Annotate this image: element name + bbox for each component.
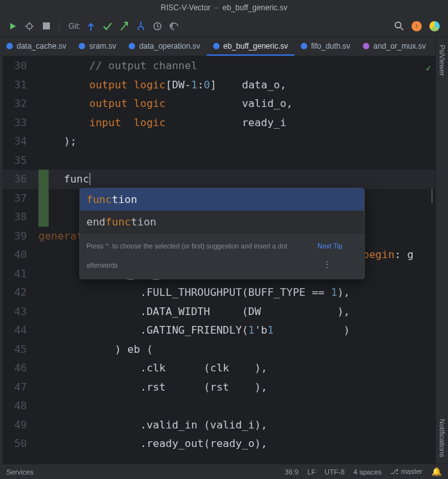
open-file-name: eb_buff_generic.sv bbox=[223, 3, 287, 12]
git-branch-icon[interactable] bbox=[134, 20, 147, 33]
code-line[interactable]: 30 // output channel bbox=[3, 56, 435, 76]
file-type-icon bbox=[79, 43, 85, 49]
status-caret-pos[interactable]: 36:9 bbox=[285, 468, 298, 476]
file-type-icon bbox=[213, 43, 220, 49]
completion-popup: function endfunction Press ^. to choose … bbox=[79, 188, 365, 279]
svg-rect-5 bbox=[43, 22, 50, 29]
code-line[interactable]: 49 .valid_in (valid_i), bbox=[3, 416, 435, 435]
tab-label: fifo_duth.sv bbox=[311, 42, 350, 51]
line-number: 34 bbox=[3, 132, 38, 151]
line-number: 45 bbox=[3, 340, 38, 359]
stop-icon[interactable] bbox=[40, 20, 52, 33]
code-line[interactable]: 36 func bbox=[3, 170, 435, 189]
tab-label: and_or_mux.sv bbox=[373, 42, 426, 51]
code-line[interactable]: 48 bbox=[3, 396, 435, 416]
svg-point-0 bbox=[27, 24, 32, 29]
line-number: 50 bbox=[3, 434, 38, 453]
code-line[interactable]: 45 ) eb ( bbox=[3, 340, 435, 359]
scrollbar-marker bbox=[431, 189, 433, 203]
notifications-icon[interactable]: 🔔 bbox=[431, 467, 442, 476]
file-type-icon bbox=[129, 43, 135, 49]
code-line[interactable]: 33 input logic ready_i bbox=[3, 113, 435, 133]
code-editor[interactable]: ✓ 30 // output channel31 output logic[DW… bbox=[3, 56, 435, 464]
completion-item[interactable]: endfunction bbox=[80, 211, 364, 234]
line-number: 35 bbox=[3, 151, 38, 170]
code-line[interactable]: 42 .FULL_THROUGHPUT(BUFF_TYPE == 1), bbox=[3, 283, 435, 302]
line-number: 42 bbox=[3, 283, 38, 302]
line-number: 49 bbox=[3, 416, 38, 435]
tab-data-operation[interactable]: data_operation.sv bbox=[122, 37, 206, 56]
status-git-branch[interactable]: master bbox=[390, 467, 422, 476]
code-line[interactable]: 34 ); bbox=[3, 132, 435, 151]
tool-window-psiviewer[interactable]: PsiViewer bbox=[438, 45, 446, 76]
hint-text: Press ^. to choose the selected (or firs… bbox=[86, 237, 317, 275]
tab-label: data_cache.sv bbox=[17, 42, 66, 51]
git-update-icon[interactable] bbox=[84, 20, 97, 33]
git-label: Git: bbox=[68, 22, 81, 31]
code-line[interactable]: 50 .ready_out(ready_o), bbox=[3, 434, 435, 453]
debug-icon[interactable] bbox=[23, 20, 36, 33]
tab-and-or-mux[interactable]: and_or_mux.sv bbox=[356, 37, 432, 56]
tab-data-cache[interactable]: data_cache.sv bbox=[0, 37, 72, 56]
line-number: 37 bbox=[3, 189, 38, 208]
status-encoding[interactable]: UTF-8 bbox=[324, 468, 344, 476]
text-caret bbox=[90, 173, 90, 185]
toolbar: Git: ↑ bbox=[0, 15, 448, 37]
code-line[interactable]: 31 output logic[DW-1:0] data_o, bbox=[3, 76, 435, 95]
git-commit-icon[interactable] bbox=[101, 20, 114, 33]
line-number: 40 bbox=[3, 245, 38, 264]
line-number: 38 bbox=[3, 207, 38, 227]
tab-label: eb_buff_generic.sv bbox=[223, 42, 288, 51]
tool-window-notifications[interactable]: Notifications bbox=[438, 419, 446, 457]
file-type-icon bbox=[363, 43, 369, 49]
code-line[interactable]: 47 .rst (rst ), bbox=[3, 378, 435, 397]
line-number: 48 bbox=[3, 396, 38, 416]
code-line[interactable]: 32 output logic valid_o, bbox=[3, 94, 435, 113]
title-bar: RISC-V-Vector – eb_buff_generic.sv bbox=[0, 0, 448, 15]
line-number: 39 bbox=[3, 227, 38, 246]
update-available-icon[interactable]: ↑ bbox=[410, 19, 424, 33]
vcs-change-marker[interactable] bbox=[38, 170, 49, 227]
run-icon[interactable] bbox=[6, 20, 19, 33]
tab-fifo-duth[interactable]: fifo_duth.sv bbox=[294, 37, 356, 56]
line-number: 41 bbox=[3, 264, 38, 284]
file-type-icon bbox=[301, 43, 307, 49]
tab-eb-buff-generic[interactable]: eb_buff_generic.sv bbox=[207, 37, 294, 56]
status-indent[interactable]: 4 spaces bbox=[353, 468, 381, 476]
code-line[interactable]: 46 .clk (clk ), bbox=[3, 359, 435, 378]
code-line[interactable]: 43 .DATA_WIDTH (DW ), bbox=[3, 302, 435, 321]
line-number: 33 bbox=[3, 113, 38, 133]
line-number: 44 bbox=[3, 321, 38, 340]
completion-hint: Press ^. to choose the selected (or firs… bbox=[80, 234, 364, 279]
status-line-sep[interactable]: LF bbox=[307, 468, 316, 476]
line-number: 31 bbox=[3, 76, 38, 95]
git-push-icon[interactable] bbox=[118, 20, 131, 33]
file-type-icon bbox=[6, 43, 13, 49]
inspection-ok-icon[interactable]: ✓ bbox=[426, 59, 431, 78]
search-icon[interactable] bbox=[392, 19, 406, 33]
tab-sram[interactable]: sram.sv bbox=[72, 37, 122, 56]
svg-line-9 bbox=[401, 28, 403, 30]
ide-logo-icon[interactable] bbox=[428, 19, 442, 33]
tab-label: sram.sv bbox=[89, 42, 116, 51]
right-tool-rail: PsiViewer Notifications bbox=[435, 37, 448, 464]
code-line[interactable]: 44 .GATING_FRIENDLY(1'b1 ) bbox=[3, 321, 435, 340]
completion-item[interactable]: function bbox=[80, 188, 364, 211]
svg-point-6 bbox=[140, 22, 141, 23]
line-number: 43 bbox=[3, 302, 38, 321]
rollback-icon[interactable] bbox=[168, 20, 180, 33]
popup-more-icon[interactable]: ⋮ bbox=[317, 259, 332, 270]
status-services[interactable]: Services bbox=[6, 468, 33, 476]
line-number: 46 bbox=[3, 359, 38, 378]
status-bar: Services 36:9 LF UTF-8 4 spaces master 🔔 bbox=[0, 464, 448, 479]
line-number: 32 bbox=[3, 94, 38, 113]
history-icon[interactable] bbox=[151, 20, 164, 33]
svg-point-8 bbox=[395, 22, 401, 28]
next-tip-link[interactable]: Next Tip bbox=[317, 242, 342, 250]
editor-tabs: data_cache.sv sram.sv data_operation.sv … bbox=[0, 37, 448, 56]
line-number: 30 bbox=[3, 56, 38, 76]
line-number: 36 bbox=[3, 170, 38, 189]
line-number: 47 bbox=[3, 378, 38, 397]
code-line[interactable]: 35 bbox=[3, 151, 435, 170]
project-name: RISC-V-Vector bbox=[161, 3, 211, 12]
